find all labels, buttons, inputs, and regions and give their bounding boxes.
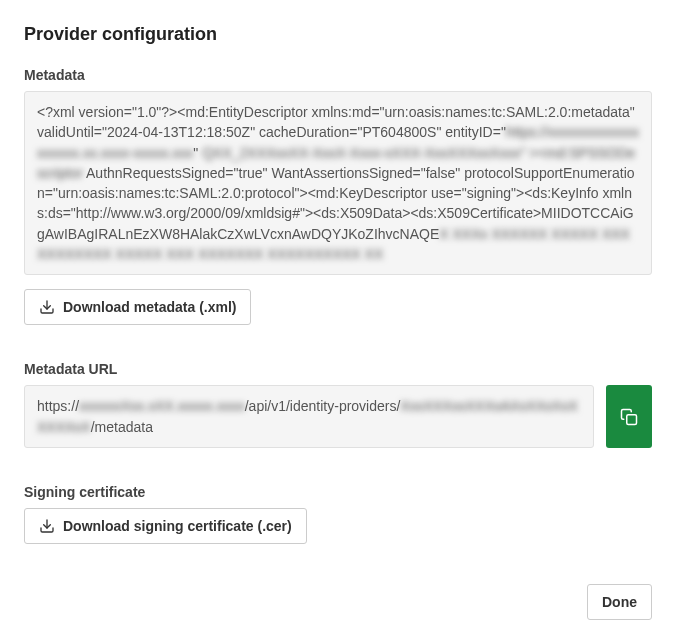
svg-rect-1: [627, 414, 637, 424]
metadata-url-label: Metadata URL: [24, 361, 652, 377]
done-label: Done: [602, 594, 637, 610]
download-signing-certificate-button[interactable]: Download signing certificate (.cer): [24, 508, 307, 544]
metadata-url-content: https://xxxxxxXxx.xXX.xxxxx.xxxx/api/v1/…: [24, 385, 594, 448]
download-metadata-button[interactable]: Download metadata (.xml): [24, 289, 251, 325]
download-icon: [39, 299, 55, 315]
done-button[interactable]: Done: [587, 584, 652, 620]
page-title: Provider configuration: [24, 24, 652, 45]
download-icon: [39, 518, 55, 534]
redacted-text: xxxxxxXxx.xXX.xxxxx.xxxx: [79, 398, 245, 414]
download-signing-certificate-label: Download signing certificate (.cer): [63, 518, 292, 534]
signing-certificate-section: Signing certificate Download signing cer…: [24, 484, 652, 544]
copy-icon: [620, 408, 638, 426]
metadata-label: Metadata: [24, 67, 652, 83]
metadata-url-section: Metadata URL https://xxxxxxXxx.xXX.xxxxx…: [24, 361, 652, 448]
metadata-content: <?xml version="1.0"?><md:EntityDescripto…: [24, 91, 652, 275]
copy-url-button[interactable]: [606, 385, 652, 448]
footer: Done: [24, 584, 652, 620]
download-metadata-label: Download metadata (.xml): [63, 299, 236, 315]
signing-certificate-label: Signing certificate: [24, 484, 652, 500]
metadata-section: Metadata <?xml version="1.0"?><md:Entity…: [24, 67, 652, 325]
